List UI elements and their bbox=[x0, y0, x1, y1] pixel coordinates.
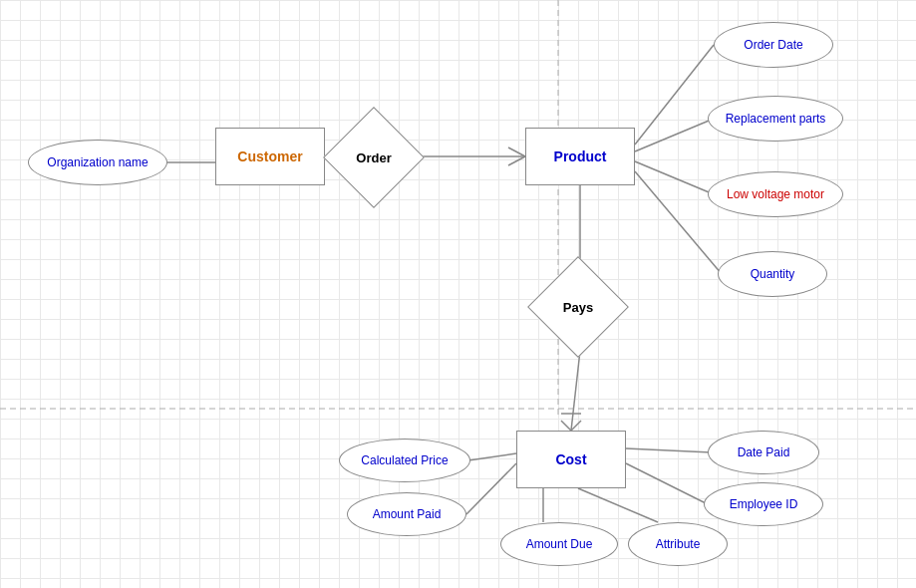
order-diamond: Order bbox=[334, 118, 414, 197]
replacement-parts-ellipse: Replacement parts bbox=[708, 96, 843, 142]
customer-entity: Customer bbox=[215, 128, 325, 185]
date-paid-label: Date Paid bbox=[738, 445, 790, 459]
low-voltage-motor-label: Low voltage motor bbox=[727, 187, 824, 201]
quantity-label: Quantity bbox=[751, 267, 795, 281]
attribute-label: Attribute bbox=[656, 537, 701, 551]
replacement-parts-label: Replacement parts bbox=[726, 112, 826, 126]
product-label: Product bbox=[554, 148, 607, 164]
calculated-price-ellipse: Calculated Price bbox=[339, 439, 470, 482]
attribute-ellipse: Attribute bbox=[628, 522, 728, 566]
cost-label: Cost bbox=[555, 451, 586, 467]
order-date-ellipse: Order Date bbox=[714, 22, 833, 68]
quantity-ellipse: Quantity bbox=[718, 251, 827, 297]
amount-due-label: Amount Due bbox=[526, 537, 593, 551]
pays-label: Pays bbox=[563, 300, 593, 315]
calculated-price-label: Calculated Price bbox=[361, 453, 448, 467]
low-voltage-motor-ellipse: Low voltage motor bbox=[708, 171, 843, 217]
amount-due-ellipse: Amount Due bbox=[500, 522, 618, 566]
customer-label: Customer bbox=[237, 148, 302, 164]
order-date-label: Order Date bbox=[744, 38, 802, 52]
employee-id-ellipse: Employee ID bbox=[704, 482, 823, 526]
pays-diamond: Pays bbox=[538, 267, 618, 347]
employee-id-label: Employee ID bbox=[730, 497, 798, 511]
cost-entity: Cost bbox=[516, 431, 626, 488]
product-entity: Product bbox=[525, 128, 635, 185]
amount-paid-label: Amount Paid bbox=[373, 507, 442, 521]
order-label: Order bbox=[356, 150, 391, 165]
org-name-ellipse: Organization name bbox=[28, 140, 167, 185]
date-paid-ellipse: Date Paid bbox=[708, 431, 819, 474]
diagram-container: Customer Product Cost Order Pays Organiz… bbox=[0, 0, 916, 588]
amount-paid-ellipse: Amount Paid bbox=[347, 492, 466, 536]
org-name-label: Organization name bbox=[47, 155, 148, 169]
